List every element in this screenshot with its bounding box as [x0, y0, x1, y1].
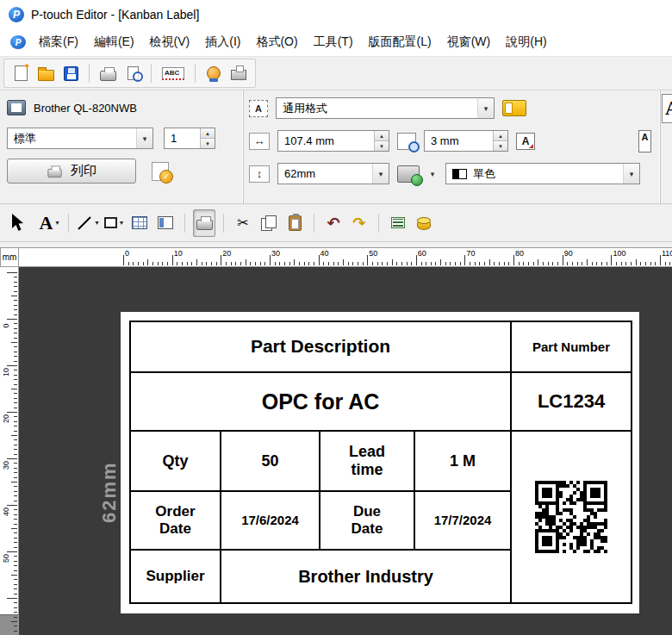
vertical-text-icon[interactable]: A — [638, 130, 651, 153]
chevron-down-icon[interactable]: ▾ — [120, 219, 123, 227]
print-toolbar-button[interactable] — [96, 62, 119, 84]
menu-file[interactable]: 檔案(F) — [31, 30, 86, 54]
cell-qty-value[interactable]: 50 — [221, 431, 320, 491]
horizontal-ruler: 0102030405060708090100110 — [19, 247, 672, 267]
cell-part-description[interactable]: OPC for AC — [130, 372, 511, 431]
text-orientation-icon[interactable]: A — [516, 133, 535, 150]
cell-due-date-value[interactable]: 17/7/2024 — [414, 491, 511, 550]
cell-order-date-value[interactable]: 17/6/2024 — [221, 491, 320, 550]
database-tool[interactable] — [413, 209, 435, 237]
menu-view[interactable]: 檢視(V) — [142, 30, 198, 54]
new-document-icon — [15, 65, 28, 81]
cell-part-number-header[interactable]: Part Number — [511, 321, 632, 372]
color-mode-value: 單色 — [473, 166, 495, 182]
printer-network-icon[interactable] — [397, 165, 420, 183]
toolbar-separator — [89, 64, 90, 83]
cell-supplier-value[interactable]: Brother Industry — [221, 550, 511, 603]
cell-due-date-label[interactable]: Due Date — [320, 491, 414, 550]
format-frame-icon: A — [249, 100, 268, 117]
object-toolbar: A ▾ ▾ ▾ ✂ ↶ ↷ — [0, 204, 672, 242]
cell-lead-time-label[interactable]: Lead time — [320, 431, 414, 491]
print-status-icon[interactable] — [152, 162, 169, 181]
print-layout-tool[interactable] — [193, 209, 215, 237]
tape-length-dropdown[interactable]: 62mm ▾ — [277, 163, 389, 184]
menu-format[interactable]: 格式(O) — [248, 30, 305, 54]
copy-button[interactable] — [258, 209, 280, 237]
design-canvas[interactable]: 62mm Part Description Part Number OPC fo… — [19, 267, 672, 635]
tape-width-spinner[interactable]: 107.4 mm ▲▼ — [277, 130, 389, 152]
qr-code[interactable] — [535, 481, 607, 553]
cell-part-number[interactable]: LC1234 — [511, 372, 632, 431]
database-cylinder-icon — [417, 220, 431, 230]
paste-button[interactable] — [283, 209, 306, 237]
cell-qty-label[interactable]: Qty — [130, 431, 221, 491]
chevron-down-icon[interactable]: ▾ — [136, 128, 152, 148]
label-sheet[interactable]: Part Description Part Number OPC for AC … — [121, 312, 639, 613]
spinner-buttons[interactable]: ▲▼ — [374, 131, 389, 151]
new-layout-button[interactable] — [9, 62, 32, 84]
copies-spinner[interactable]: 1 ▲▼ — [164, 128, 215, 149]
menu-layout[interactable]: 版面配置(L) — [361, 30, 439, 54]
document-window-icon[interactable]: P — [10, 35, 26, 49]
cell-lead-time-value[interactable]: 1 M — [414, 431, 511, 491]
printer-glyph-icon — [47, 169, 61, 177]
spinner-buttons[interactable]: ▲▼ — [200, 128, 215, 148]
color-mode-dropdown[interactable]: 單色 ▾ — [445, 163, 640, 184]
shape-tool[interactable]: ▾ — [103, 209, 125, 237]
save-button[interactable] — [59, 62, 82, 84]
spin-up-icon[interactable]: ▲ — [374, 131, 389, 141]
print-button-label: 列印 — [71, 163, 96, 179]
margin-spinner[interactable]: 3 mm ▲▼ — [424, 130, 508, 152]
chevron-down-icon[interactable]: ▾ — [372, 164, 389, 184]
main-area: 01020304050 62mm Part Description Part N… — [0, 267, 672, 635]
frame-tool[interactable] — [154, 209, 177, 237]
preview-zoom-icon[interactable] — [397, 133, 416, 150]
spin-up-icon[interactable]: ▲ — [200, 128, 215, 139]
redo-button[interactable]: ↷ — [348, 209, 370, 237]
open-button[interactable] — [34, 62, 57, 84]
undo-button[interactable]: ↶ — [322, 209, 345, 237]
spin-down-icon[interactable]: ▼ — [200, 139, 215, 148]
align-tool[interactable] — [387, 209, 409, 237]
spinner-buttons[interactable]: ▲▼ — [493, 131, 507, 151]
chevron-down-icon[interactable]: ▾ — [55, 219, 59, 227]
select-tool[interactable] — [7, 209, 29, 237]
table-tool[interactable] — [128, 209, 151, 237]
menu-window[interactable]: 視窗(W) — [439, 30, 499, 54]
margin-value: 3 mm — [431, 134, 459, 147]
rectangle-icon — [104, 217, 117, 228]
print-button[interactable]: 列印 — [7, 159, 136, 184]
tape-feed-button[interactable] — [227, 62, 250, 84]
menu-help[interactable]: 說明(H) — [498, 30, 554, 54]
line-icon — [77, 215, 92, 231]
chevron-down-icon[interactable]: ▾ — [477, 98, 494, 118]
menu-insert[interactable]: 插入(I) — [197, 30, 248, 54]
cell-supplier-label[interactable]: Supplier — [130, 550, 221, 603]
text-format-icon[interactable]: A — [662, 94, 672, 123]
cut-button[interactable]: ✂ — [232, 209, 254, 237]
cell-qr — [511, 431, 632, 603]
text-tool[interactable]: A ▾ — [38, 209, 60, 237]
chevron-down-icon[interactable]: ▾ — [427, 170, 438, 178]
table-icon — [132, 216, 147, 229]
ruler-unit: mm — [0, 247, 19, 267]
ptouch-editor-window: P P-touch Editor - [Kanban Label] P 檔案(F… — [0, 0, 672, 635]
spin-down-icon[interactable]: ▼ — [374, 141, 389, 151]
chevron-down-icon[interactable]: ▾ — [623, 164, 639, 184]
spell-check-button[interactable]: ABC — [159, 62, 188, 84]
menu-edit[interactable]: 編輯(E) — [86, 30, 142, 54]
chevron-down-icon[interactable]: ▾ — [95, 219, 98, 227]
spin-down-icon[interactable]: ▼ — [493, 141, 507, 151]
cell-part-description-header[interactable]: Part Description — [130, 321, 511, 372]
cell-order-date-label[interactable]: Order Date — [130, 491, 221, 550]
spin-up-icon[interactable]: ▲ — [493, 131, 507, 141]
tape-color-icon[interactable] — [502, 100, 526, 116]
line-tool[interactable]: ▾ — [77, 209, 99, 237]
settings-panel: Brother QL-820NWB 標準 ▾ 1 ▲▼ 列印 — [0, 90, 672, 204]
stamp-button[interactable] — [202, 62, 225, 84]
print-preset-dropdown[interactable]: 標準 ▾ — [7, 128, 153, 149]
menu-tools[interactable]: 工具(T) — [306, 30, 361, 54]
toolbar-separator — [195, 64, 196, 83]
print-preview-button[interactable] — [121, 62, 144, 84]
paper-format-dropdown[interactable]: 通用格式 ▾ — [276, 97, 495, 119]
